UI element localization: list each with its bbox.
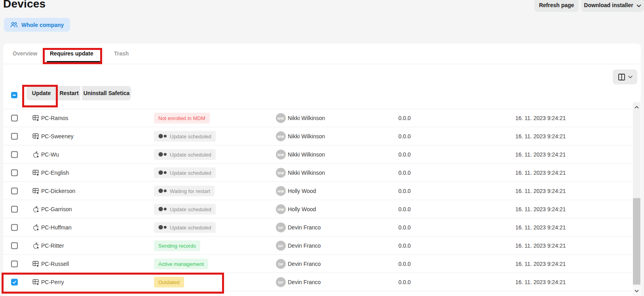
version-value: 0.0.0 xyxy=(378,261,431,267)
restart-button[interactable]: Restart xyxy=(58,86,80,100)
select-all-checkbox[interactable] xyxy=(11,92,17,98)
device-name: PC-Ramos xyxy=(41,115,68,121)
windows-device-icon xyxy=(32,169,39,176)
last-connected-value: 16. 11. 2023 9:24:21 xyxy=(515,188,566,194)
status-label: Update scheduled xyxy=(170,170,211,176)
user-name: Nikki Wilkinson xyxy=(288,151,325,158)
row-checkbox[interactable] xyxy=(11,151,18,158)
mac-device-icon xyxy=(32,224,39,231)
windows-device-icon xyxy=(32,279,39,285)
status-dots-icon xyxy=(158,134,167,139)
tab-overview[interactable]: Overview xyxy=(13,44,37,64)
table-row[interactable]: PC-Perry Outdated DF Devin Franco 0.0.0 … xyxy=(3,273,632,291)
last-connected-value: 16. 11. 2023 9:24:21 xyxy=(515,115,566,121)
column-picker-button[interactable] xyxy=(613,69,637,84)
version-value: 0.0.0 xyxy=(378,170,431,176)
device-name: PC-Dickerson xyxy=(41,188,75,194)
scrollbar-thumb[interactable] xyxy=(633,198,640,285)
scope-filter-label: Whole company xyxy=(21,22,64,28)
status-dots-icon xyxy=(158,206,167,212)
windows-device-icon xyxy=(32,260,39,267)
status-label: Update scheduled xyxy=(170,151,211,157)
row-checkbox[interactable] xyxy=(11,242,18,249)
status-label: Not enrolled in MDM xyxy=(158,115,205,121)
last-connected-value: 16. 11. 2023 9:24:21 xyxy=(515,151,566,158)
chevron-down-icon xyxy=(636,4,641,8)
avatar: HW xyxy=(276,186,286,196)
version-value: 0.0.0 xyxy=(378,133,431,139)
status-label: Active management xyxy=(158,261,204,267)
row-checkbox[interactable] xyxy=(11,133,18,139)
table-row[interactable]: PC-Dickerson Waiting for restart HW Holl… xyxy=(3,182,632,200)
windows-device-icon xyxy=(32,115,39,122)
table-row[interactable]: PC-Wu Update scheduled NW Nikki Wilkinso… xyxy=(3,145,632,164)
status-label: Waiting for restart xyxy=(170,188,210,194)
status-dots-icon xyxy=(158,152,167,157)
device-name: PC-Russell xyxy=(41,261,69,267)
status-badge: Not enrolled in MDM xyxy=(154,113,210,124)
uninstall-safetica-button[interactable]: Uninstall Safetica xyxy=(82,86,131,100)
user-name: Devin Franco xyxy=(288,224,321,231)
update-button[interactable]: Update xyxy=(27,86,56,100)
device-name: PC-English xyxy=(41,170,69,176)
download-installer-label: Download installer xyxy=(584,2,633,8)
scroll-up-arrow-icon[interactable] xyxy=(633,102,640,112)
table-row[interactable]: PC-Garrison Update scheduled HW Holly Wo… xyxy=(3,200,632,218)
mac-device-icon xyxy=(32,242,39,249)
user-name: Devin Franco xyxy=(288,279,321,285)
chevron-down-icon xyxy=(628,76,633,78)
row-checkbox[interactable] xyxy=(11,115,18,122)
scroll-down-arrow-icon[interactable] xyxy=(633,286,640,296)
table-row[interactable]: PC-Ramos Not enrolled in MDM NW Nikki Wi… xyxy=(3,109,632,127)
mac-device-icon xyxy=(32,206,39,212)
status-dots-icon xyxy=(158,188,167,194)
refresh-page-label: Refresh page xyxy=(539,2,574,8)
table-scrollbar[interactable] xyxy=(633,102,640,296)
tab-trash[interactable]: Trash xyxy=(114,44,129,64)
last-connected-value: 16. 11. 2023 9:24:21 xyxy=(515,261,566,267)
scope-filter-chip[interactable]: Whole company xyxy=(4,18,70,32)
mac-device-icon xyxy=(32,151,39,158)
status-badge: Update scheduled xyxy=(154,131,216,141)
people-icon xyxy=(10,22,18,28)
avatar: DF xyxy=(276,222,286,232)
avatar: NW xyxy=(276,149,286,159)
download-installer-button[interactable]: Download installer xyxy=(581,0,644,12)
status-badge: Outdated xyxy=(154,277,184,287)
row-checkbox[interactable] xyxy=(11,206,18,212)
table-row[interactable]: PC-Russell Active management DF Devin Fr… xyxy=(3,255,632,273)
page-title: Devices xyxy=(3,0,46,10)
version-value: 0.0.0 xyxy=(378,224,431,231)
table-row[interactable]: PC-Ritter Sending records DF Devin Franc… xyxy=(3,237,632,255)
device-name: PC-Perry xyxy=(41,279,64,285)
user-name: Holly Wood xyxy=(288,188,316,194)
last-connected-value: 16. 11. 2023 9:24:21 xyxy=(515,279,566,285)
table-body: PC-Ramos Not enrolled in MDM NW Nikki Wi… xyxy=(3,109,632,291)
status-badge: Update scheduled xyxy=(154,149,216,160)
avatar: DF xyxy=(276,277,286,287)
status-label: Update scheduled xyxy=(170,206,211,212)
last-connected-value: 16. 11. 2023 9:24:21 xyxy=(515,170,566,176)
device-name: PC-Wu xyxy=(41,151,59,158)
row-checkbox[interactable] xyxy=(11,279,18,285)
device-name: PC-Huffman xyxy=(41,224,72,231)
avatar: NW xyxy=(276,113,286,123)
status-label: Sending records xyxy=(158,243,196,248)
table-row[interactable]: PC-English Update scheduled NW Nikki Wil… xyxy=(3,164,632,182)
status-badge: Sending records xyxy=(154,240,200,251)
table-row[interactable]: PC-Sweeney Update scheduled NW Nikki Wil… xyxy=(3,127,632,145)
last-connected-value: 16. 11. 2023 9:24:21 xyxy=(515,224,566,231)
table-row[interactable]: PC-Huffman Update scheduled DF Devin Fra… xyxy=(3,218,632,237)
row-checkbox[interactable] xyxy=(11,260,18,267)
last-connected-value: 16. 11. 2023 9:24:21 xyxy=(515,243,566,249)
last-connected-value: 16. 11. 2023 9:24:21 xyxy=(515,206,566,212)
row-checkbox[interactable] xyxy=(11,224,18,231)
avatar: DF xyxy=(276,259,286,269)
status-badge: Update scheduled xyxy=(154,167,216,178)
row-checkbox[interactable] xyxy=(11,187,18,194)
refresh-page-button[interactable]: Refresh page xyxy=(534,0,579,12)
version-value: 0.0.0 xyxy=(378,243,431,249)
status-badge: Update scheduled xyxy=(154,204,216,214)
active-tab-underline xyxy=(47,61,101,63)
row-checkbox[interactable] xyxy=(11,169,18,176)
